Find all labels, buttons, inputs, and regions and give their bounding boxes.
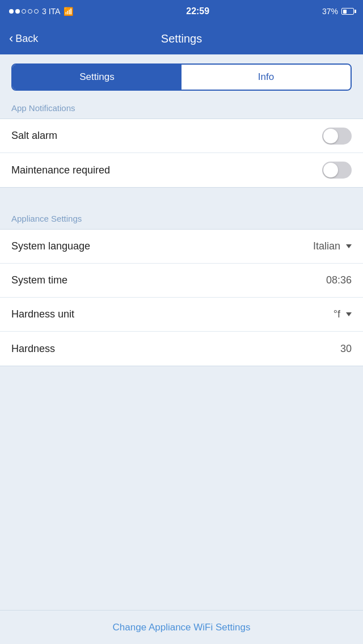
hardness-label: Hardness	[11, 343, 55, 355]
maintenance-label: Maintenance required	[11, 164, 110, 176]
segment-wrapper: Settings Info	[0, 54, 363, 91]
back-button[interactable]: ‹ Back	[0, 31, 47, 46]
footer-bar: Change Appliance WiFi Settings	[0, 610, 363, 644]
dot-5	[34, 9, 39, 14]
dot-1	[9, 9, 14, 14]
tab-settings[interactable]: Settings	[12, 65, 182, 90]
status-left: 3 ITA 📶	[9, 7, 73, 16]
system-time-text: 08:36	[326, 274, 352, 286]
nav-bar: ‹ Back Settings	[0, 23, 363, 54]
section-gap-1	[0, 188, 363, 201]
hardness-unit-label: Hardness unit	[11, 308, 74, 320]
battery-icon	[341, 8, 354, 15]
signal-dots	[9, 9, 39, 14]
system-language-row[interactable]: System language Italian	[0, 230, 363, 264]
system-language-value: Italian	[313, 240, 352, 252]
maintenance-toggle[interactable]	[322, 162, 352, 179]
system-language-text: Italian	[313, 240, 340, 252]
hardness-unit-dropdown-icon	[346, 312, 352, 316]
hardness-row[interactable]: Hardness 30	[0, 332, 363, 366]
appliance-list: System language Italian System time 08:3…	[0, 229, 363, 366]
maintenance-row: Maintenance required	[0, 153, 363, 187]
hardness-text: 30	[340, 343, 352, 355]
notifications-list: Salt alarm Maintenance required	[0, 118, 363, 188]
dot-2	[15, 9, 20, 14]
salt-alarm-row: Salt alarm	[0, 119, 363, 153]
wifi-icon: 📶	[64, 7, 73, 16]
dot-3	[22, 9, 26, 14]
hardness-value: 30	[340, 343, 352, 355]
status-bar: 3 ITA 📶 22:59 37%	[0, 0, 363, 23]
wifi-settings-button[interactable]: Change Appliance WiFi Settings	[113, 622, 251, 633]
status-time: 22:59	[186, 6, 209, 16]
salt-alarm-toggle[interactable]	[322, 128, 352, 145]
system-time-row[interactable]: System time 08:36	[0, 264, 363, 298]
system-time-label: System time	[11, 274, 67, 286]
tab-info[interactable]: Info	[182, 65, 351, 90]
battery-fill	[343, 10, 347, 14]
segment-control: Settings Info	[11, 63, 352, 91]
carrier-label: 3 ITA	[42, 7, 60, 16]
system-language-dropdown-icon	[346, 244, 352, 248]
section-header-appliance: Appliance Settings	[0, 201, 363, 229]
status-right: 37%	[322, 7, 354, 16]
salt-alarm-label: Salt alarm	[11, 130, 57, 142]
hardness-unit-value: °f	[334, 308, 352, 320]
nav-title: Settings	[161, 32, 202, 45]
system-language-label: System language	[11, 240, 90, 252]
hardness-unit-row[interactable]: Hardness unit °f	[0, 298, 363, 332]
section-header-notifications: App Notifications	[0, 91, 363, 118]
back-label: Back	[15, 33, 38, 45]
bottom-padding	[0, 366, 363, 412]
battery-percent: 37%	[322, 7, 338, 16]
system-time-value: 08:36	[326, 274, 352, 286]
battery-body	[341, 8, 354, 15]
hardness-unit-text: °f	[334, 308, 340, 320]
dot-4	[28, 9, 32, 14]
back-chevron-icon: ‹	[9, 31, 13, 46]
